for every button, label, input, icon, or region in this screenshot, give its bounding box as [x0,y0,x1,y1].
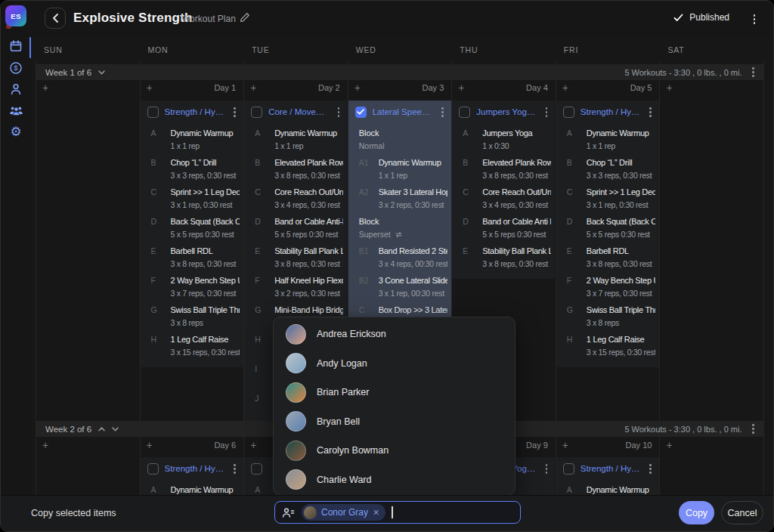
week-expand-chevron-down-icon[interactable] [112,427,119,431]
workout-checkbox[interactable] [251,463,262,475]
exercise-name: Back Squat (Back Off Set) [587,216,655,227]
publish-status-label: Published [689,12,729,23]
workout-title[interactable]: Strength / Hypertro... [165,107,225,116]
workout-title[interactable]: Lateral Speed / Plyo [373,107,433,116]
exercise-row[interactable]: DBack Squat (Back Off Set)5 x 5 reps 0:3… [556,214,657,243]
exercise-row[interactable]: ADynamic Warmup1 x 1 rep [244,125,345,155]
exercise-letter: H [255,334,274,358]
workout-checkbox[interactable] [147,463,159,475]
athlete-option[interactable]: Charlie Ward [274,466,515,495]
exercise-row[interactable]: CCore Reach Out/Under3 x 4 reps, 0:30 re… [452,184,553,214]
exercise-letter: C [567,187,587,211]
exercise-body: 2 Way Bench Step Up3 x 7 reps, 0:30 rest [171,275,240,299]
teams-icon[interactable] [1,101,31,119]
add-workout-button[interactable]: + [666,82,672,93]
workout-menu-kebab-icon[interactable] [646,462,655,475]
athlete-option[interactable]: Brian Parker [274,378,515,407]
exercise-row[interactable]: B23 Cone Lateral Slide3 x 1 rep, 00:30 r… [348,273,449,302]
workout-checkbox[interactable] [459,107,470,118]
week-menu-kebab-icon[interactable] [749,66,757,79]
exercise-row[interactable]: A2Skater 3 Lateral Hops >> ...3 x 2 reps… [348,184,449,214]
workout-menu-kebab-icon[interactable] [646,106,655,119]
settings-gear-icon[interactable]: ⚙ [1,122,31,141]
exercise-name: Dynamic Warmup [171,484,240,496]
back-button[interactable] [45,8,66,29]
exercise-row[interactable]: DBack Squat (Back Off Set)5 x 5 reps 0:3… [141,214,241,243]
app-logo[interactable]: ES [5,5,26,26]
workout-checkbox[interactable] [563,463,574,475]
exercise-row[interactable]: EBarbell RDL3 x 8 reps, 0:30 rest [556,243,657,273]
exercise-row[interactable]: FHalf Kneel Hip Flexor Rais...3 x 2 reps… [244,273,345,302]
workout-title[interactable]: Strength / Hypertro... [580,464,641,473]
athlete-option[interactable]: Bryan Bell [274,407,515,437]
add-workout-button[interactable]: + [42,82,48,93]
exercise-row[interactable]: EBarbell RDL3 x 8 reps, 0:30 rest [141,243,241,273]
publish-status[interactable]: Published [673,12,729,23]
exercise-row[interactable]: CSprint >> 1 Leg Declarations3 x 1 rep, … [556,184,657,214]
client-icon[interactable] [1,80,31,98]
exercise-row[interactable]: BChop “L” Drill3 x 3 reps, 0:30 rest [141,155,241,184]
workout-menu-kebab-icon[interactable] [543,462,551,475]
exercise-row[interactable]: H1 Leg Calf Raise3 x 15 reps, 0:30 rest [556,332,657,361]
exercise-row[interactable]: BElevated Plank Row3 x 8 reps, 0:30 rest [244,155,345,184]
check-icon [673,14,683,22]
exercise-row[interactable]: B1Band Resisted 2 Step Late...3 x 4 reps… [348,243,449,273]
exercise-row[interactable]: A1Dynamic Warmup1 x 1 rep [348,155,449,184]
workout-menu-kebab-icon[interactable] [335,106,343,119]
add-workout-button[interactable]: + [42,440,48,450]
workout-menu-kebab-icon[interactable] [543,106,551,119]
calendar-icon[interactable] [1,37,31,55]
day-of-week-label: MON [148,45,169,54]
exercise-row[interactable]: EStability Ball Plank Linear ...3 x 8 re… [244,243,345,273]
workout-checkbox[interactable] [147,107,159,118]
exercise-row[interactable]: H1 Leg Calf Raise3 x 15 reps, 0:30 rest [141,332,241,361]
workout-card[interactable]: Strength / Hypertro...ADynamic Warmup1 x… [556,101,659,367]
athlete-option[interactable]: Andy Logan [274,349,515,379]
payments-icon[interactable]: $ [1,59,31,77]
chip-remove-icon[interactable]: ✕ [373,509,379,517]
exercise-row[interactable]: BElevated Plank Row3 x 8 reps, 0:30 rest [452,155,553,184]
exercise-row[interactable]: CCore Reach Out/Under3 x 4 reps, 0:30 re… [244,184,345,214]
cancel-button[interactable]: Cancel [721,501,763,524]
workout-menu-kebab-icon[interactable] [231,106,239,119]
week-collapse-chevron-up-icon[interactable] [98,427,105,431]
workout-checkbox[interactable] [563,107,574,118]
exercise-name: Dynamic Warmup [379,157,447,169]
workout-checkbox[interactable] [251,107,262,118]
workout-menu-kebab-icon[interactable] [438,106,447,119]
exercise-row[interactable]: F2 Way Bench Step Up3 x 7 reps, 0:30 res… [141,273,241,302]
exercise-row[interactable]: F2 Way Bench Step Up3 x 7 reps, 0:30 res… [556,273,657,302]
exercise-name: Band or Cable Anti-Rotati... [274,216,343,227]
exercise-row[interactable]: BChop “L” Drill3 x 3 reps, 0:30 rest [556,155,657,184]
workout-title[interactable]: Strength / Hypertro... [580,107,641,116]
workout-menu-kebab-icon[interactable] [231,462,239,475]
exercise-row[interactable]: DBand or Cable Anti Rotati...5 x 5 reps … [452,214,553,243]
exercise-row[interactable]: EStability Ball Plank Linear ...3 x 8 re… [452,243,553,273]
workout-title[interactable]: Core / Movement Q... [268,107,329,116]
workout-card[interactable]: Jumpers Yoga / CoreAJumpers Yoga1 x 0:30… [452,101,555,279]
exercise-row[interactable]: ADynamic Warmup1 x 1 rep [141,125,241,155]
add-workout-button[interactable]: + [666,440,672,450]
exercise-row[interactable]: ADynamic Warmup1 x 1 rep [556,125,657,155]
exercise-row[interactable]: GSwiss Ball Triple Threat3 x 8 reps [141,302,241,332]
exercise-row[interactable]: CSprint >> 1 Leg Declarations3 x 1 rep, … [141,184,241,214]
week-menu-kebab-icon[interactable] [749,422,757,435]
workout-checkbox[interactable] [355,107,367,118]
copy-button[interactable]: Copy [679,501,714,524]
day-number-label: Day 6 [140,441,237,450]
athlete-chip[interactable]: Conor Gray ✕ [302,504,385,521]
workout-card-header: Jumpers Yoga / Core [452,101,555,123]
exercise-row[interactable]: GSwiss Ball Triple Threat3 x 8 reps [556,302,657,332]
exercise-row[interactable]: DBand or Cable Anti-Rotati...5 x 5 reps … [244,214,345,243]
add-workout-button[interactable]: + [250,440,256,450]
workout-card[interactable]: Strength / Hypertro...ADynamic Warmup1 x… [141,101,243,367]
workout-title[interactable]: Jumpers Yoga / Core [476,107,537,116]
workout-title[interactable]: Strength / Hypertro... [165,464,225,473]
exercise-row[interactable]: AJumpers Yoga1 x 0:30 [452,125,553,155]
plan-menu-kebab-icon[interactable] [751,13,759,26]
athlete-option[interactable]: Andrea Erickson [274,320,515,349]
assign-athlete-input[interactable]: Conor Gray ✕ [274,501,521,524]
athlete-option[interactable]: Carolyn Bowman [274,436,515,466]
edit-title-icon[interactable] [240,12,250,26]
week-expand-chevron-down-icon[interactable] [98,70,105,75]
